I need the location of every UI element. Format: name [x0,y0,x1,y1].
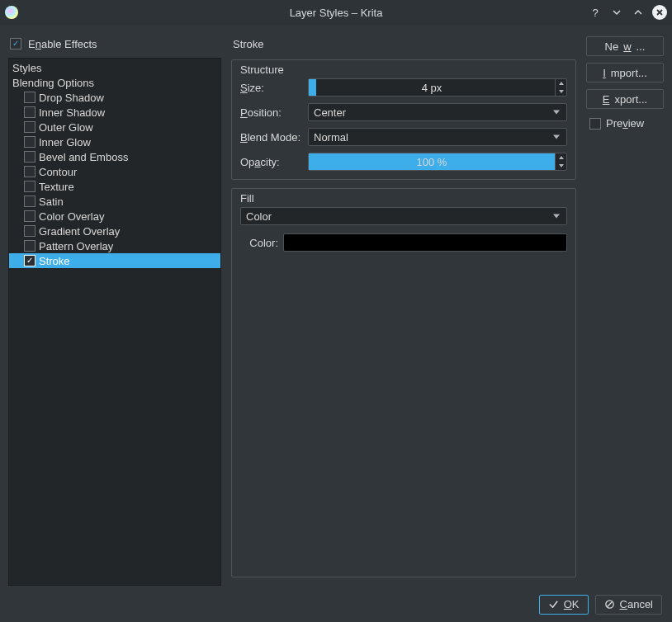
effect-label: Inner Shadow [39,106,105,119]
effect-item-pattern-overlay[interactable]: Pattern Overlay [9,238,220,253]
effect-checkbox[interactable] [24,151,35,163]
fill-legend: Fill [240,192,254,205]
effect-label: Blending Options [12,77,94,89]
enable-effects-row[interactable]: Enable Effects [8,30,221,58]
color-swatch[interactable] [283,233,567,252]
stepper-down-icon[interactable] [556,87,566,96]
effect-item-blending-options[interactable]: Blending Options [9,75,220,90]
opacity-value: 100 % [309,156,555,168]
fill-type-combo[interactable]: Color [240,207,567,225]
size-value: 4 px [309,82,555,94]
effect-label: Color Overlay [39,210,104,223]
effect-label: Gradient Overlay [39,225,120,238]
app-icon [5,6,18,19]
window-controls: ? [588,5,667,20]
effect-checkbox[interactable] [24,225,35,237]
effect-checkbox[interactable] [24,196,35,207]
effect-checkbox[interactable] [24,181,35,192]
position-value: Center [314,106,346,119]
check-icon [548,599,559,610]
left-column: Enable Effects StylesBlending OptionsDro… [8,30,221,586]
blend-value: Normal [314,131,348,144]
effect-checkbox[interactable] [24,166,35,177]
effect-item-inner-glow[interactable]: Inner Glow [9,134,220,149]
preview-label: Preview [606,117,644,130]
size-label: Size: [240,82,303,94]
opacity-label: Opacity: [240,156,303,168]
help-icon[interactable]: ? [588,5,603,20]
effect-label: Inner Glow [39,136,91,148]
footer: OK Cancel [0,586,672,622]
preview-row[interactable]: Preview [586,117,664,130]
effect-item-outer-glow[interactable]: Outer Glow [9,120,220,134]
effect-item-gradient-overlay[interactable]: Gradient Overlay [9,224,220,238]
structure-group: Structure Size: 4 px Position: Center Bl… [231,59,576,180]
effect-item-styles[interactable]: Styles [9,60,220,75]
export-button[interactable]: Export... [586,89,664,109]
blend-label: Blend Mode: [240,131,303,144]
ok-button[interactable]: OK [539,595,589,615]
effect-item-texture[interactable]: Texture [9,179,220,194]
cancel-button[interactable]: Cancel [595,595,662,615]
close-icon[interactable] [652,5,667,20]
effect-item-stroke[interactable]: Stroke [9,253,220,268]
stepper-up-icon[interactable] [556,79,566,87]
cancel-icon [604,599,615,610]
collapse-up-icon[interactable] [631,5,646,20]
effect-item-satin[interactable]: Satin [9,194,220,209]
enable-effects-label: Enable Effects [28,38,97,50]
effect-checkbox[interactable] [24,121,35,133]
fill-group: Fill Color Color: [231,188,576,577]
structure-legend: Structure [240,64,284,76]
blend-combo[interactable]: Normal [308,128,567,146]
effect-label: Texture [39,181,74,193]
color-label: Color: [240,237,278,249]
effect-label: Outer Glow [39,121,93,134]
collapse-down-icon[interactable] [609,5,624,20]
effect-item-contour[interactable]: Contour [9,164,220,179]
effect-checkbox[interactable] [24,240,35,252]
stepper-down-icon[interactable] [556,162,566,170]
position-combo[interactable]: Center [308,103,567,121]
window-title: Layer Styles – Krita [0,7,672,19]
effect-item-inner-shadow[interactable]: Inner Shadow [9,105,220,120]
panel-title: Stroke [231,33,576,54]
stroke-panel: Stroke Structure Size: 4 px Position: Ce… [231,30,576,586]
opacity-steppers[interactable] [555,153,566,170]
fill-type-value: Color [246,210,272,223]
titlebar: Layer Styles – Krita ? [0,0,672,25]
effect-checkbox[interactable] [24,255,35,266]
effect-label: Stroke [39,255,70,267]
opacity-spinner[interactable]: 100 % [308,153,567,171]
size-spinner[interactable]: 4 px [308,78,567,97]
right-column: New... Import... Export... Preview [586,30,664,586]
effects-list[interactable]: StylesBlending OptionsDrop ShadowInner S… [8,58,221,586]
new-button[interactable]: New... [586,36,664,56]
effect-checkbox[interactable] [24,106,35,118]
import-button[interactable]: Import... [586,63,664,82]
svg-line-1 [607,602,612,607]
effect-label: Styles [12,62,41,74]
effect-label: Pattern Overlay [39,240,113,252]
enable-effects-checkbox[interactable] [10,38,21,49]
effect-label: Bevel and Emboss [39,151,128,163]
effect-checkbox[interactable] [24,92,35,103]
effect-label: Contour [39,166,77,178]
preview-checkbox[interactable] [589,118,601,130]
effect-checkbox[interactable] [24,210,35,222]
effect-label: Drop Shadow [39,92,104,104]
effect-item-color-overlay[interactable]: Color Overlay [9,209,220,224]
size-steppers[interactable] [555,79,566,96]
effect-item-bevel-and-emboss[interactable]: Bevel and Emboss [9,149,220,164]
effect-label: Satin [39,196,64,208]
stepper-up-icon[interactable] [556,153,566,162]
position-label: Position: [240,106,303,119]
effect-checkbox[interactable] [24,136,35,148]
effect-item-drop-shadow[interactable]: Drop Shadow [9,90,220,105]
